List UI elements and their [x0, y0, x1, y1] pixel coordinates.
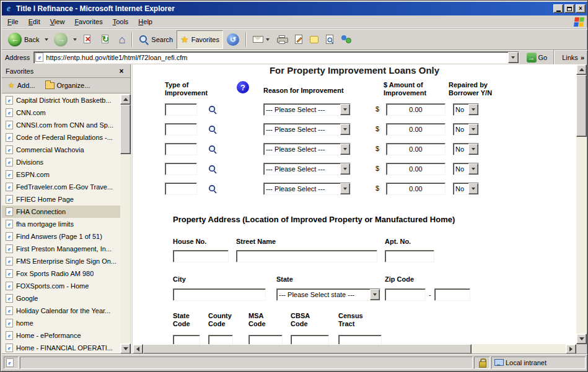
- cbsa-code-input[interactable]: [291, 335, 329, 344]
- favorite-item[interactable]: eGoogle: [2, 292, 120, 305]
- type-lookup-button[interactable]: [207, 104, 218, 115]
- favorite-item[interactable]: eESPN.com: [2, 168, 120, 181]
- state-code-input[interactable]: [173, 335, 200, 344]
- favorite-item[interactable]: eDivisions: [2, 156, 120, 168]
- select-arrow-button[interactable]: [340, 104, 350, 115]
- apt-no-input[interactable]: [385, 250, 434, 262]
- favorite-item[interactable]: eFirst Preston Management, In...: [2, 243, 120, 255]
- reason-for-improvement-select[interactable]: --- Please Select ---: [263, 103, 351, 116]
- zip-plus4-input[interactable]: [434, 288, 470, 301]
- repaired-by-borrower-select[interactable]: No: [453, 163, 479, 175]
- menu-view[interactable]: View: [45, 16, 70, 27]
- maximize-button[interactable]: [564, 4, 574, 13]
- type-lookup-button[interactable]: [207, 144, 218, 155]
- repaired-by-borrower-select[interactable]: No: [453, 103, 479, 116]
- favorite-item[interactable]: eFox Sports Radio AM 980: [2, 267, 120, 280]
- reason-for-improvement-select[interactable]: --- Please Select ---: [263, 183, 351, 195]
- forward-dropdown[interactable]: [71, 30, 79, 49]
- favorite-item-selected[interactable]: eFHA Connection: [2, 205, 120, 218]
- scrollbar-thumb[interactable]: [143, 344, 472, 354]
- menu-help[interactable]: Help: [133, 16, 157, 27]
- refresh-button[interactable]: ↻: [97, 30, 115, 49]
- forward-button[interactable]: →: [50, 30, 71, 49]
- home-button[interactable]: ⌂: [115, 30, 129, 49]
- favorite-item[interactable]: eCode of Federal Regulations -...: [2, 131, 120, 144]
- amount-of-improvement-input[interactable]: [386, 123, 445, 136]
- select-arrow-button[interactable]: [340, 163, 350, 175]
- scroll-down-button[interactable]: [120, 344, 131, 354]
- scroll-down-button[interactable]: [576, 334, 587, 344]
- scroll-right-button[interactable]: [566, 344, 576, 354]
- research-button[interactable]: [322, 30, 337, 49]
- select-arrow-button[interactable]: [468, 124, 478, 135]
- type-lookup-button[interactable]: [207, 163, 218, 175]
- scroll-left-button[interactable]: [133, 344, 143, 354]
- favorites-panel-close-button[interactable]: ×: [116, 67, 126, 76]
- messenger-button[interactable]: [337, 30, 355, 49]
- type-of-improvement-input[interactable]: [165, 103, 197, 116]
- county-code-input[interactable]: [208, 335, 233, 344]
- street-name-input[interactable]: [236, 250, 377, 262]
- favorite-item[interactable]: eFind Answers (Page 1 of 51): [2, 230, 120, 243]
- state-select[interactable]: --- Please Select state ---: [276, 288, 380, 301]
- amount-of-improvement-input[interactable]: [386, 143, 445, 155]
- amount-of-improvement-input[interactable]: [386, 183, 445, 195]
- favorite-item[interactable]: eFedTraveler.com E-Gov Trave...: [2, 181, 120, 193]
- back-button[interactable]: ← Back: [4, 30, 43, 49]
- organize-favorites-button[interactable]: Organize...: [42, 80, 94, 90]
- amount-of-improvement-input[interactable]: [386, 103, 445, 116]
- search-button[interactable]: Search: [135, 30, 177, 49]
- go-button[interactable]: → Go: [523, 51, 551, 64]
- type-of-improvement-input[interactable]: [165, 163, 197, 175]
- favorite-item[interactable]: eFOXSports.com - Home: [2, 280, 120, 292]
- type-of-improvement-input[interactable]: [165, 183, 197, 195]
- scroll-up-button[interactable]: [120, 94, 131, 105]
- favorites-button[interactable]: ★ Favorites: [177, 30, 223, 49]
- favorite-item[interactable]: eCapital District Youth Basketb...: [2, 94, 120, 106]
- select-arrow-button[interactable]: [340, 124, 350, 135]
- type-lookup-button[interactable]: [207, 124, 218, 135]
- house-no-input[interactable]: [173, 250, 229, 262]
- favorite-item[interactable]: eCommercial Wachovia: [2, 144, 120, 156]
- msa-code-input[interactable]: [248, 335, 283, 344]
- discuss-button[interactable]: [306, 30, 322, 49]
- scrollbar-thumb[interactable]: [120, 105, 131, 154]
- print-button[interactable]: [273, 30, 291, 49]
- type-of-improvement-input[interactable]: [165, 123, 197, 136]
- favorite-item[interactable]: ehome: [2, 317, 120, 329]
- scrollbar-thumb[interactable]: [576, 75, 587, 137]
- back-dropdown[interactable]: [43, 30, 50, 49]
- repaired-by-borrower-select[interactable]: No: [453, 143, 479, 155]
- menu-favorites[interactable]: Favorites: [69, 16, 107, 27]
- city-input[interactable]: [173, 288, 266, 301]
- address-dropdown-button[interactable]: [508, 52, 519, 63]
- address-input[interactable]: [46, 53, 507, 63]
- favorite-item[interactable]: eFMS Enterprise Single Sign On...: [2, 255, 120, 267]
- type-of-improvement-input[interactable]: [165, 143, 197, 155]
- type-lookup-button[interactable]: [207, 183, 218, 194]
- select-arrow-button[interactable]: [340, 144, 350, 155]
- zip-code-input[interactable]: [385, 288, 426, 301]
- stop-button[interactable]: ×: [79, 30, 97, 49]
- menu-tools[interactable]: Tools: [108, 16, 134, 27]
- favorite-item[interactable]: eFFIEC Home Page: [2, 193, 120, 205]
- favorite-item[interactable]: eHome - FINANCIAL OPERATI...: [2, 342, 120, 354]
- title-bar[interactable]: e Title I Refinance - Microsoft Internet…: [2, 2, 587, 15]
- select-arrow-button[interactable]: [370, 289, 380, 300]
- select-arrow-button[interactable]: [468, 183, 478, 194]
- reason-for-improvement-select[interactable]: --- Please Select ---: [263, 163, 351, 175]
- repaired-by-borrower-select[interactable]: No: [453, 183, 479, 195]
- select-arrow-button[interactable]: [468, 144, 478, 155]
- close-button[interactable]: ×: [576, 4, 586, 13]
- reason-for-improvement-select[interactable]: --- Please Select ---: [263, 123, 351, 136]
- favorite-item[interactable]: eHoliday Calendar for the Year...: [2, 305, 120, 317]
- scroll-up-button[interactable]: [576, 64, 587, 75]
- mail-button[interactable]: [249, 30, 273, 49]
- add-favorite-button[interactable]: ★ Add...: [4, 79, 39, 92]
- favorite-item[interactable]: eHome - ePeformance: [2, 329, 120, 342]
- links-bar[interactable]: Links »: [562, 54, 584, 61]
- select-arrow-button[interactable]: [340, 183, 350, 194]
- favorite-item[interactable]: efha mortgage limits: [2, 218, 120, 230]
- menu-edit[interactable]: Edit: [24, 16, 45, 27]
- reason-for-improvement-select[interactable]: --- Please Select ---: [263, 143, 351, 155]
